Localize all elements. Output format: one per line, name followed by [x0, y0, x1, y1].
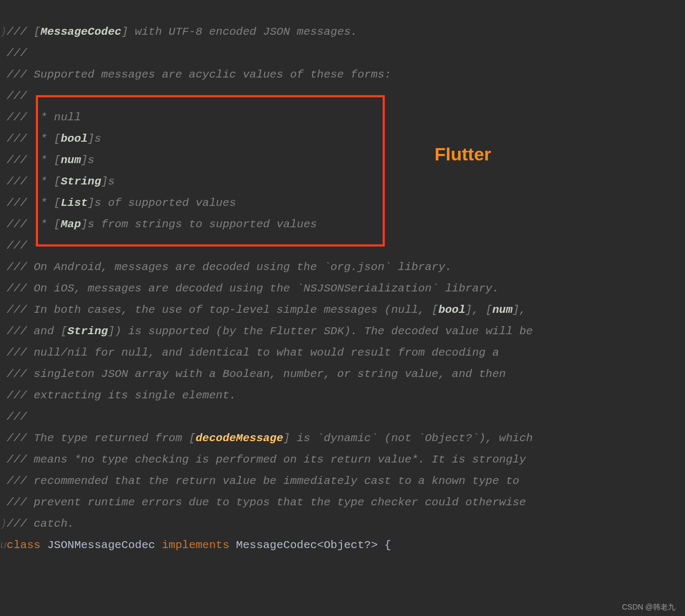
code-token: String	[67, 325, 108, 337]
code-token: /// recommended that the return value be…	[7, 475, 520, 487]
line-edge	[0, 304, 7, 316]
code-line: uclass JSONMessageCodec implements Messa…	[0, 535, 533, 556]
line-edge	[0, 90, 7, 102]
code-token: ///	[7, 240, 27, 252]
code-token: MessageCodec	[41, 26, 121, 38]
code-token: JSONMessageCodec	[47, 539, 162, 551]
code-token: /// and	[7, 325, 61, 337]
code-line: /// Supported messages are acyclic value…	[0, 64, 533, 86]
code-token: with UTF-8 encoded JSON messages.	[128, 26, 357, 38]
code-token: /// catch.	[7, 518, 74, 530]
code-token: [	[485, 304, 492, 316]
code-token: ,	[472, 304, 485, 316]
code-token: ,	[519, 304, 526, 316]
line-edge	[0, 197, 7, 209]
line-edge	[0, 47, 7, 59]
code-line: ///	[0, 406, 533, 428]
code-token: /// The type returned from	[7, 432, 189, 444]
code-token: ]	[513, 304, 520, 316]
code-line: /// recommended that the return value be…	[0, 471, 533, 492]
code-line: /// means *no type checking is performed…	[0, 449, 533, 471]
code-line: /// extracting its single element.	[0, 385, 533, 406]
code-token: /// extracting its single element.	[7, 389, 236, 402]
code-token: decodeMessage	[195, 432, 283, 444]
code-line: /// On Android, messages are decoded usi…	[0, 257, 533, 278]
code-token: class	[7, 539, 48, 551]
line-edge: u	[0, 539, 7, 551]
line-edge	[0, 453, 7, 466]
code-token: /// Supported messages are acyclic value…	[7, 68, 391, 81]
code-token: /// null/nil for null, and identical to …	[7, 346, 499, 359]
code-token: ]	[283, 432, 290, 444]
code-token: /// In both cases, the use of top-level …	[7, 304, 432, 316]
code-token: [	[189, 432, 196, 444]
code-line: /// singleton JSON array with a Boolean,…	[0, 364, 533, 385]
code-line: /// prevent runtime errors due to typos …	[0, 492, 533, 513]
line-edge	[0, 496, 7, 509]
line-edge	[0, 133, 7, 145]
code-token: ///	[7, 90, 27, 102]
code-token: /// On Android, messages are decoded usi…	[7, 261, 452, 273]
line-edge	[0, 175, 7, 188]
code-token: /// On iOS, messages are decoded using t…	[7, 282, 499, 295]
code-token: ///	[7, 411, 27, 423]
line-edge	[0, 218, 7, 230]
code-line: )/// [MessageCodec] with UTF-8 encoded J…	[0, 21, 533, 43]
line-edge	[0, 68, 7, 81]
code-line: ///	[0, 43, 533, 64]
code-token: ]	[108, 325, 115, 337]
code-line: /// and [String]) is supported (by the F…	[0, 321, 533, 342]
line-edge	[0, 411, 7, 423]
code-token: is `dynamic` (not `Object?`), which	[290, 432, 533, 444]
line-edge	[0, 389, 7, 402]
code-line: )/// catch.	[0, 513, 533, 535]
line-edge	[0, 282, 7, 295]
code-token: MessageCodec<Object?> {	[236, 539, 391, 551]
line-edge	[0, 432, 7, 444]
code-token: [	[34, 26, 41, 38]
code-token: num	[492, 304, 513, 316]
line-edge	[0, 325, 7, 337]
line-edge	[0, 368, 7, 380]
code-token: implements	[162, 539, 236, 551]
code-token: bool	[438, 304, 465, 316]
line-edge	[0, 111, 7, 124]
code-token: /// prevent runtime errors due to typos …	[7, 496, 526, 509]
watermark: CSDN @韩老九	[622, 603, 675, 611]
code-token: ) is supported (by the Flutter SDK). The…	[115, 325, 532, 337]
line-edge	[0, 240, 7, 252]
code-token: ///	[7, 26, 34, 38]
code-token: [	[60, 325, 67, 337]
annotation-label: Flutter	[435, 143, 491, 165]
code-line: /// On iOS, messages are decoded using t…	[0, 278, 533, 299]
line-edge: )	[0, 26, 7, 38]
line-edge	[0, 154, 7, 166]
code-token: ]	[466, 304, 473, 316]
line-edge	[0, 261, 7, 273]
highlight-box	[36, 95, 385, 247]
code-token: ///	[7, 47, 27, 59]
code-token: /// singleton JSON array with a Boolean,…	[7, 368, 506, 380]
code-token: ]	[121, 26, 128, 38]
line-edge	[0, 475, 7, 487]
line-edge: )	[0, 518, 7, 530]
code-line: /// The type returned from [decodeMessag…	[0, 428, 533, 449]
line-edge	[0, 346, 7, 359]
code-line: /// null/nil for null, and identical to …	[0, 342, 533, 364]
code-line: /// In both cases, the use of top-level …	[0, 299, 533, 321]
code-token: /// means *no type checking is performed…	[7, 453, 526, 466]
code-token: [	[432, 304, 439, 316]
